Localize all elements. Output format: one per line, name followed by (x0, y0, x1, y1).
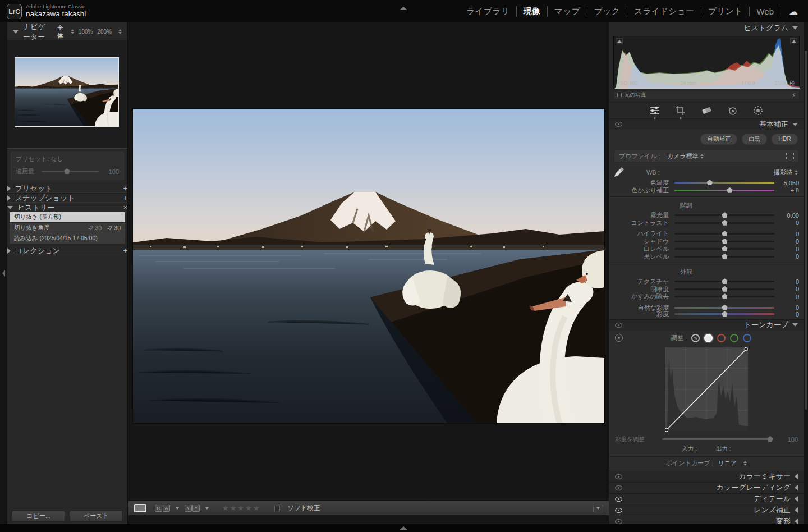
histogram-display[interactable]: ISO 400 24 mm f / 8.0 1/200 秒 (613, 36, 800, 89)
zoom-200[interactable]: 200% (97, 29, 112, 35)
healing-tool-icon[interactable] (700, 104, 713, 117)
clarity-slider[interactable] (674, 288, 774, 290)
contrast-slider[interactable] (674, 222, 774, 224)
star-icon[interactable]: ★ (222, 504, 230, 512)
history-item[interactable]: 読み込み (2025/04/15 17:05:00) (10, 233, 125, 244)
panel-eye-icon[interactable] (615, 508, 622, 513)
main-photo[interactable] (133, 109, 604, 423)
zoom-fit-dropdown-icon[interactable] (71, 29, 74, 34)
star-icon[interactable]: ★ (245, 504, 253, 512)
slider-knob[interactable] (706, 180, 713, 185)
slider-knob[interactable] (722, 212, 728, 218)
filmstrip-collapsed-bar[interactable] (0, 524, 808, 532)
history-section-header[interactable]: ヒストリー × (7, 203, 127, 212)
panel-eye-icon[interactable] (615, 122, 622, 127)
profile-dropdown-icon[interactable] (700, 154, 704, 159)
wb-eyedropper-icon[interactable] (613, 166, 625, 178)
masking-tool-icon[interactable] (751, 104, 765, 117)
color-grading-header[interactable]: カラーグレーディング (609, 482, 804, 493)
left-panel-collapse-strip[interactable] (0, 22, 7, 524)
top-panel-collapse-arrow-icon[interactable] (400, 7, 407, 10)
basic-panel-header[interactable]: 基本補正 (609, 118, 804, 130)
shadow-clipping-indicator[interactable] (616, 38, 623, 44)
module-develop[interactable]: 現像 (516, 6, 547, 17)
toolbar-options-button[interactable] (593, 505, 603, 512)
exposure-slider[interactable] (674, 214, 774, 216)
tint-slider[interactable] (674, 190, 774, 191)
module-book[interactable]: ブック (587, 6, 627, 17)
slider-knob[interactable] (727, 187, 733, 193)
paste-button[interactable]: ペースト (70, 510, 123, 522)
history-item[interactable]: 切り抜き角度 -2.30-2.30 (10, 223, 125, 233)
star-icon[interactable]: ★ (230, 504, 238, 512)
panel-eye-icon[interactable] (615, 497, 622, 502)
slider-knob[interactable] (722, 254, 728, 259)
history-item[interactable]: 切り抜き (長方形) (10, 212, 125, 222)
highlights-slider[interactable] (674, 233, 774, 235)
navigator-header[interactable]: ナビゲーター 全体 100% 200% (7, 27, 127, 36)
add-preset-button[interactable]: + (123, 184, 127, 192)
wb-dropdown-icon[interactable] (795, 170, 798, 175)
edit-tool-icon[interactable] (648, 104, 662, 117)
bw-button[interactable]: 白黒 (742, 134, 767, 145)
module-slideshow[interactable]: スライドショー (627, 6, 701, 17)
before-after-dropdown-icon[interactable] (176, 507, 179, 510)
cloud-sync-icon[interactable]: ☁ (781, 6, 802, 17)
histogram-header[interactable]: ヒストグラム (609, 22, 804, 34)
refine-saturation-slider[interactable] (662, 438, 773, 440)
targeted-adjustment-icon[interactable] (615, 334, 623, 342)
blacks-slider[interactable] (674, 256, 774, 258)
right-panel-scrollbar[interactable] (805, 51, 807, 410)
split-view-icon[interactable]: YY (185, 505, 200, 512)
module-web[interactable]: Web (749, 7, 781, 16)
loupe-view-icon[interactable] (134, 504, 146, 512)
whites-slider[interactable] (674, 248, 774, 250)
presets-section-header[interactable]: プリセット + (7, 184, 127, 193)
preset-amount-slider[interactable] (42, 171, 99, 172)
blue-channel-icon[interactable] (743, 334, 751, 342)
slider-knob[interactable] (722, 305, 728, 310)
panel-eye-icon[interactable] (615, 474, 622, 479)
red-channel-icon[interactable] (717, 334, 726, 342)
clear-history-button[interactable]: × (123, 203, 127, 212)
snapshots-section-header[interactable]: スナップショット + (7, 193, 127, 203)
profile-browser-icon[interactable] (786, 153, 794, 159)
panel-eye-icon[interactable] (615, 485, 622, 490)
point-curve-channel-icon[interactable] (704, 334, 713, 342)
module-map[interactable]: マップ (547, 6, 587, 17)
star-icon[interactable]: ★ (253, 504, 261, 512)
tone-curve-editor[interactable] (664, 347, 749, 432)
original-photo-checkbox[interactable] (617, 93, 622, 97)
zoom-fit[interactable]: 全体 (57, 24, 63, 40)
navigator-thumbnail[interactable] (15, 57, 119, 127)
slider-knob[interactable] (722, 231, 728, 236)
collections-section-header[interactable]: コレクション + (7, 246, 127, 255)
star-icon[interactable]: ★ (237, 504, 245, 512)
profile-value[interactable]: カメラ標準 (667, 152, 699, 160)
slider-knob[interactable] (722, 311, 728, 317)
hdr-button[interactable]: HDR (772, 134, 798, 145)
slider-knob[interactable] (722, 278, 728, 284)
panel-eye-icon[interactable] (615, 519, 622, 524)
slider-knob[interactable] (767, 436, 773, 442)
dehaze-slider[interactable] (674, 296, 774, 297)
red-eye-tool-icon[interactable] (726, 104, 739, 117)
soft-proof-checkbox[interactable] (274, 506, 280, 511)
profile-row[interactable]: プロファイル : カメラ標準 (614, 149, 799, 163)
point-curve-value[interactable]: リニア (718, 459, 737, 467)
lens-corrections-header[interactable]: レンズ補正 (609, 505, 804, 516)
wb-value[interactable]: 撮影時 (774, 168, 792, 177)
module-print[interactable]: プリント (701, 6, 749, 17)
split-view-dropdown-icon[interactable] (205, 507, 209, 510)
before-after-view-icon[interactable]: RA (155, 505, 170, 512)
slider-knob[interactable] (722, 293, 728, 299)
slider-knob[interactable] (64, 168, 70, 174)
crop-tool-icon[interactable] (674, 104, 687, 117)
temp-slider[interactable] (674, 182, 774, 184)
slider-knob[interactable] (722, 286, 728, 292)
zoom-100[interactable]: 100% (79, 29, 93, 35)
green-channel-icon[interactable] (730, 334, 738, 342)
panel-eye-icon[interactable] (615, 323, 622, 328)
copy-button[interactable]: コピー... (12, 510, 65, 522)
filmstrip-expand-icon[interactable] (400, 526, 407, 530)
